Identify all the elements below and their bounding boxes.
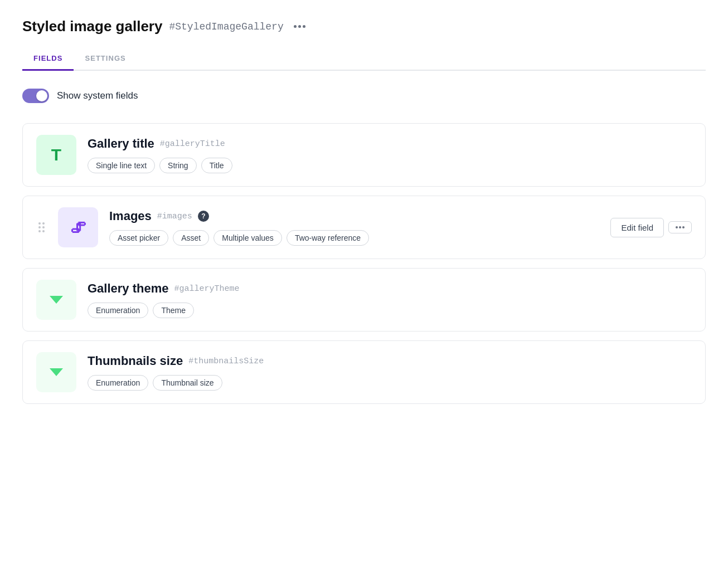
field-actions-images: Edit field	[610, 218, 692, 237]
field-tag: Enumeration	[88, 375, 148, 391]
tab-settings[interactable]: SETTINGS	[74, 48, 137, 71]
field-info-images: Images #images ? Asset picker Asset Mult…	[109, 209, 599, 246]
toggle-label: Show system fields	[57, 90, 138, 101]
field-name-row-thumbnails-size: Thumbnails size #thumbnailsSize	[88, 354, 692, 368]
field-tag: Asset picker	[109, 230, 168, 246]
field-card-gallery-theme: Gallery theme #galleryTheme Enumeration …	[22, 268, 706, 332]
field-list: T Gallery title #galleryTitle Single lin…	[22, 123, 706, 404]
paperclip-icon: 🖇	[70, 218, 86, 237]
field-card-gallery-title: T Gallery title #galleryTitle Single lin…	[22, 123, 706, 187]
field-name-gallery-theme: Gallery theme	[88, 281, 169, 296]
field-hash-images: #images	[157, 212, 192, 221]
show-system-fields-row: Show system fields	[22, 89, 706, 103]
chevron-down-icon	[50, 368, 63, 376]
edit-field-button[interactable]: Edit field	[610, 218, 664, 237]
field-tag: Asset	[173, 230, 209, 246]
field-info-gallery-title: Gallery title #galleryTitle Single line …	[88, 137, 692, 173]
toggle-knob	[36, 90, 47, 101]
page-title: Styled image gallery	[22, 18, 162, 35]
help-icon-images[interactable]: ?	[198, 211, 209, 222]
field-icon-thumbnails-size	[36, 352, 76, 392]
field-tag: Two-way reference	[287, 230, 369, 246]
field-tags-gallery-title: Single line text String Title	[88, 158, 692, 173]
field-tag: Title	[201, 158, 232, 173]
page-header: Styled image gallery #StyledImageGallery	[22, 18, 706, 35]
field-tag: Multiple values	[213, 230, 282, 246]
field-icon-gallery-theme	[36, 280, 76, 320]
field-name-thumbnails-size: Thumbnails size	[88, 354, 183, 368]
page-hash: #StyledImageGallery	[169, 21, 283, 32]
field-name-row-gallery-title: Gallery title #galleryTitle	[88, 137, 692, 151]
field-hash-thumbnails-size: #thumbnailsSize	[188, 357, 264, 366]
more-options-button-images[interactable]	[668, 221, 692, 233]
field-hash-gallery-theme: #galleryTheme	[174, 284, 240, 294]
field-tag: Theme	[153, 303, 194, 318]
header-more-button[interactable]	[290, 23, 309, 30]
field-icon-gallery-title: T	[36, 135, 76, 175]
field-tags-images: Asset picker Asset Multiple values Two-w…	[109, 230, 599, 246]
field-tag: String	[159, 158, 197, 173]
field-icon-images: 🖇	[58, 207, 98, 247]
field-info-thumbnails-size: Thumbnails size #thumbnailsSize Enumerat…	[88, 354, 692, 391]
field-tags-gallery-theme: Enumeration Theme	[88, 303, 692, 318]
field-name-row-images: Images #images ?	[109, 209, 599, 223]
field-name-images: Images	[109, 209, 152, 223]
drag-handle-images[interactable]	[36, 220, 47, 235]
field-card-images: 🖇 Images #images ? Asset picker Asset Mu…	[22, 196, 706, 259]
field-name-gallery-title: Gallery title	[88, 137, 154, 151]
tab-fields[interactable]: FIELDS	[22, 48, 74, 71]
show-system-fields-toggle[interactable]	[22, 89, 49, 103]
field-info-gallery-theme: Gallery theme #galleryTheme Enumeration …	[88, 281, 692, 318]
tab-bar: FIELDS SETTINGS	[22, 48, 706, 71]
field-hash-gallery-title: #galleryTitle	[160, 139, 225, 149]
chevron-down-icon	[50, 296, 63, 304]
field-card-thumbnails-size: Thumbnails size #thumbnailsSize Enumerat…	[22, 340, 706, 404]
field-tags-thumbnails-size: Enumeration Thumbnail size	[88, 375, 692, 391]
field-tag: Single line text	[88, 158, 155, 173]
field-name-row-gallery-theme: Gallery theme #galleryTheme	[88, 281, 692, 296]
field-tag: Thumbnail size	[153, 375, 222, 391]
field-tag: Enumeration	[88, 303, 148, 318]
